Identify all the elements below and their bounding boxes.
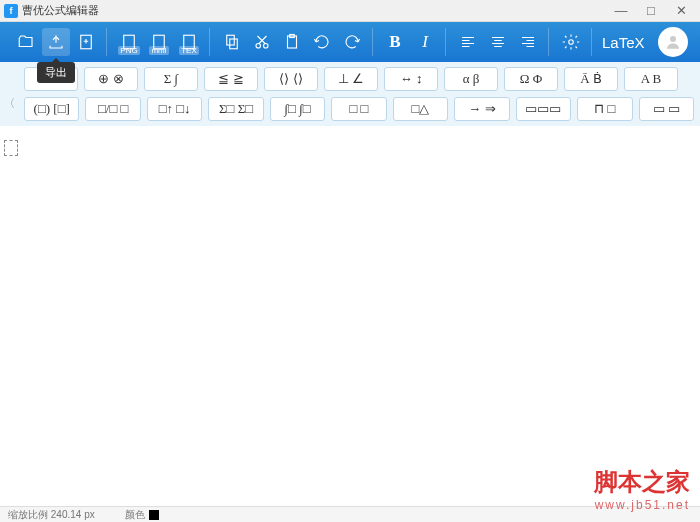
palette-row-2: (□) [□] □/□ □ □↑ □↓ Σ□ Σ□ ∫□ ∫□ □ □ □△ →… [6, 97, 694, 121]
export-tooltip: 导出 [37, 62, 75, 83]
template-matrix[interactable]: ▭▭▭ [516, 97, 571, 121]
latex-button[interactable]: LaTeX [594, 34, 653, 51]
collapse-chevron-icon[interactable]: 〈 [2, 96, 16, 110]
template-labeled-arrows[interactable]: → ⇒ [454, 97, 509, 121]
copy-button[interactable] [218, 28, 246, 56]
bold-button[interactable]: B [381, 28, 409, 56]
open-button[interactable] [12, 28, 40, 56]
zoom-label: 缩放比例 240.14 px [8, 508, 95, 522]
new-button[interactable] [72, 28, 100, 56]
template-integrals[interactable]: ∫□ ∫□ [270, 97, 325, 121]
template-boxes[interactable]: ⊓ □ [577, 97, 632, 121]
template-scripts[interactable]: □↑ □↓ [147, 97, 202, 121]
symbol-palette: 〈 ÷ × ⊕ ⊗ Σ ∫ ≦ ≧ ⟨⟩ ⟨⟩ ⊥ ∠ ↔ ↕ α β Ω Φ … [0, 62, 700, 126]
palette-geometry[interactable]: ⊥ ∠ [324, 67, 378, 91]
align-center-button[interactable] [484, 28, 512, 56]
palette-brackets[interactable]: ⟨⟩ ⟨⟩ [264, 67, 318, 91]
main-toolbar: 导出 PNG mml TEX B I LaTeX [0, 22, 700, 62]
align-left-button[interactable] [454, 28, 482, 56]
svg-point-10 [569, 40, 574, 45]
titlebar: f 曹优公式编辑器 — □ ✕ [0, 0, 700, 22]
statusbar: 缩放比例 240.14 px 颜色 [0, 506, 700, 522]
palette-greek-lower[interactable]: α β [444, 67, 498, 91]
template-misc[interactable]: ▭ ▭ [639, 97, 694, 121]
app-icon: f [4, 4, 18, 18]
svg-point-7 [264, 44, 269, 49]
export-tex-button[interactable]: TEX [175, 28, 203, 56]
align-right-button[interactable] [514, 28, 542, 56]
color-label: 颜色 [125, 508, 159, 522]
export-png-button[interactable]: PNG [115, 28, 143, 56]
svg-rect-4 [227, 35, 235, 45]
color-swatch[interactable] [149, 510, 159, 520]
svg-point-6 [256, 44, 261, 49]
export-mml-button[interactable]: mml [145, 28, 173, 56]
svg-rect-5 [230, 39, 238, 49]
palette-fonts[interactable]: A B [624, 67, 678, 91]
user-avatar[interactable] [658, 27, 688, 57]
close-button[interactable]: ✕ [666, 0, 696, 22]
palette-arrows[interactable]: ↔ ↕ [384, 67, 438, 91]
template-sums[interactable]: Σ□ Σ□ [208, 97, 263, 121]
minimize-button[interactable]: — [606, 0, 636, 22]
svg-point-11 [670, 36, 676, 42]
app-title: 曹优公式编辑器 [22, 3, 606, 18]
settings-button[interactable] [557, 28, 585, 56]
palette-sum-int[interactable]: Σ ∫ [144, 67, 198, 91]
paste-button[interactable] [278, 28, 306, 56]
undo-button[interactable] [308, 28, 336, 56]
maximize-button[interactable]: □ [636, 0, 666, 22]
palette-circled-ops[interactable]: ⊕ ⊗ [84, 67, 138, 91]
cursor-placeholder [4, 140, 18, 156]
editor-canvas[interactable] [0, 126, 700, 494]
palette-row-1: ÷ × ⊕ ⊗ Σ ∫ ≦ ≧ ⟨⟩ ⟨⟩ ⊥ ∠ ↔ ↕ α β Ω Φ Ā … [6, 67, 694, 91]
italic-button[interactable]: I [411, 28, 439, 56]
palette-accents[interactable]: Ā Ḃ [564, 67, 618, 91]
palette-greek-upper[interactable]: Ω Φ [504, 67, 558, 91]
template-fractions[interactable]: □/□ □ [85, 97, 140, 121]
template-fences[interactable]: (□) [□] [24, 97, 79, 121]
template-hats[interactable]: □△ [393, 97, 448, 121]
export-button[interactable]: 导出 [42, 28, 70, 56]
palette-relations[interactable]: ≦ ≧ [204, 67, 258, 91]
redo-button[interactable] [338, 28, 366, 56]
cut-button[interactable] [248, 28, 276, 56]
template-underover[interactable]: □ □ [331, 97, 386, 121]
